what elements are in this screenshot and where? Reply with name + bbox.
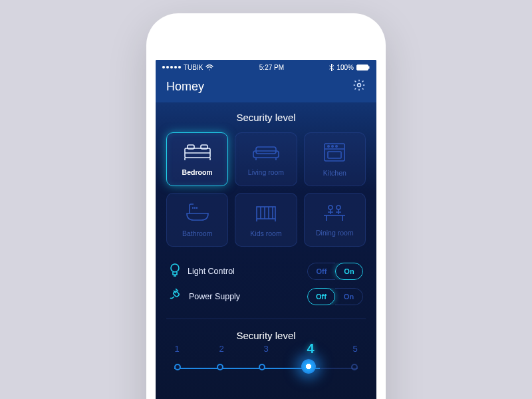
room-dining-room[interactable]: Dining room bbox=[304, 193, 366, 247]
control-label: Light Control bbox=[188, 267, 235, 276]
slider-labels: 1 2 3 4 5 bbox=[169, 344, 363, 359]
svg-point-21 bbox=[336, 205, 340, 209]
svg-point-2 bbox=[358, 84, 361, 87]
room-label: Dining room bbox=[316, 229, 354, 237]
slider-tick-4: 4 bbox=[304, 341, 317, 356]
slider-tick-2: 2 bbox=[215, 344, 228, 359]
app-header: Homey bbox=[156, 72, 376, 102]
status-bar: TUBIK 5:27 PM 100% bbox=[156, 60, 376, 72]
room-grid: Bedroom Living room Kitchen Bathroom bbox=[156, 132, 376, 247]
carrier-label: TUBIK bbox=[184, 64, 203, 71]
power-control-row: Power Supply Off On bbox=[169, 284, 363, 309]
plug-icon bbox=[169, 289, 182, 305]
signal-dots-icon bbox=[162, 66, 181, 68]
svg-rect-8 bbox=[253, 151, 279, 158]
toggle-off[interactable]: Off bbox=[307, 288, 335, 305]
svg-point-14 bbox=[336, 145, 337, 146]
room-living-room[interactable]: Living room bbox=[235, 132, 297, 186]
room-label: Kitchen bbox=[323, 169, 346, 177]
svg-rect-1 bbox=[368, 66, 370, 68]
bed-icon bbox=[184, 143, 211, 164]
security-slider[interactable]: 1 2 3 4 5 bbox=[169, 344, 363, 377]
toggle-off[interactable]: Off bbox=[307, 263, 335, 280]
light-toggle[interactable]: Off On bbox=[307, 263, 363, 280]
room-label: Kids room bbox=[250, 229, 281, 237]
bathtub-icon bbox=[184, 203, 211, 225]
room-bedroom[interactable]: Bedroom bbox=[166, 132, 228, 186]
slider-stop[interactable] bbox=[217, 364, 223, 370]
light-control-row: Light Control Off On bbox=[169, 259, 363, 284]
toggle-on[interactable]: On bbox=[335, 288, 363, 305]
control-label: Power Supply bbox=[189, 292, 240, 301]
battery-icon bbox=[356, 65, 370, 70]
status-left: TUBIK bbox=[162, 64, 213, 71]
room-kitchen[interactable]: Kitchen bbox=[304, 132, 366, 186]
slider-stop[interactable] bbox=[174, 364, 181, 370]
rooms-section-title: Security level bbox=[156, 112, 376, 123]
svg-point-13 bbox=[332, 145, 333, 146]
svg-point-12 bbox=[328, 145, 329, 146]
svg-rect-0 bbox=[357, 65, 368, 70]
gear-icon bbox=[352, 82, 366, 94]
svg-rect-7 bbox=[256, 147, 276, 154]
oven-icon bbox=[323, 142, 346, 165]
slider-tick-3: 3 bbox=[259, 344, 273, 359]
battery-label: 100% bbox=[336, 64, 354, 71]
slider-stop[interactable] bbox=[351, 364, 358, 370]
dining-icon bbox=[321, 203, 348, 225]
slider-stop[interactable] bbox=[259, 364, 265, 370]
settings-button[interactable] bbox=[352, 78, 366, 94]
controls-list: Light Control Off On Power Supply Off On bbox=[156, 247, 376, 309]
svg-point-23 bbox=[171, 264, 179, 272]
lightbulb-icon bbox=[169, 263, 181, 280]
clock: 5:27 PM bbox=[259, 64, 284, 71]
phone-frame: TUBIK 5:27 PM 100% Homey bbox=[146, 13, 386, 399]
svg-rect-11 bbox=[328, 152, 341, 158]
svg-point-20 bbox=[329, 205, 332, 209]
status-right: 100% bbox=[329, 64, 370, 71]
app-title: Homey bbox=[166, 80, 204, 94]
slider-tick-5: 5 bbox=[348, 344, 362, 359]
room-label: Living room bbox=[248, 168, 284, 176]
bluetooth-icon bbox=[329, 64, 334, 71]
room-bathroom[interactable]: Bathroom bbox=[166, 193, 228, 247]
screen: TUBIK 5:27 PM 100% Homey bbox=[156, 60, 376, 399]
room-label: Bathroom bbox=[182, 229, 213, 237]
slider-handle[interactable] bbox=[301, 359, 316, 374]
sofa-icon bbox=[252, 143, 280, 164]
crib-icon bbox=[254, 203, 278, 225]
power-toggle[interactable]: Off On bbox=[307, 288, 363, 305]
slider-tick-1: 1 bbox=[170, 344, 184, 359]
wifi-icon bbox=[205, 65, 213, 70]
security-slider-section: Security level 1 2 3 4 5 bbox=[156, 319, 376, 377]
toggle-on[interactable]: On bbox=[335, 263, 363, 280]
room-label: Bedroom bbox=[182, 168, 213, 176]
slider-title: Security level bbox=[169, 330, 363, 341]
room-kids-room[interactable]: Kids room bbox=[235, 193, 297, 247]
